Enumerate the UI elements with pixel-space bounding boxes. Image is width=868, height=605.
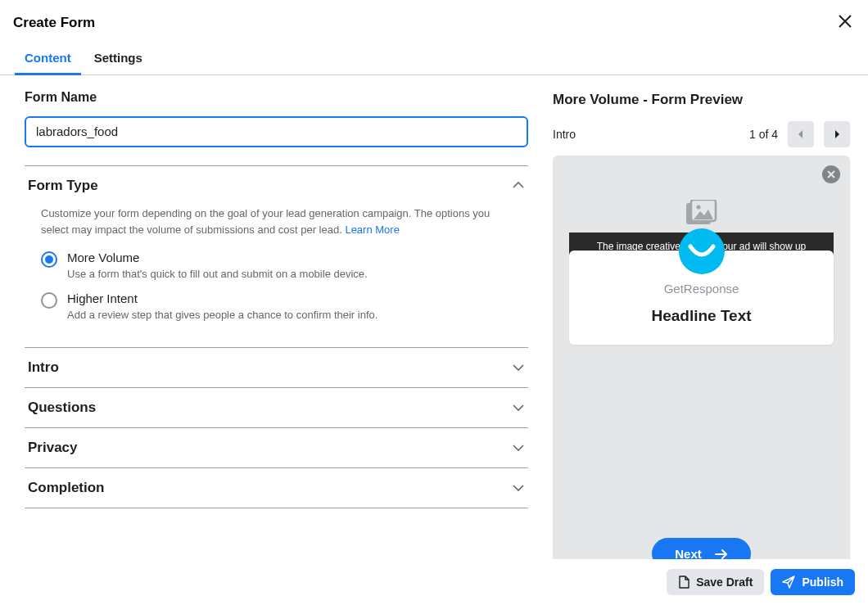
radio-more-volume[interactable] (41, 251, 57, 268)
page-title: Create Form (13, 15, 95, 31)
section-title-completion: Completion (28, 480, 105, 496)
svg-point-2 (696, 205, 700, 210)
file-icon (678, 576, 689, 589)
smile-icon (685, 235, 718, 268)
radio-option-higher-intent[interactable]: Higher Intent Add a review step that giv… (41, 291, 512, 321)
section-title-questions: Questions (28, 400, 96, 416)
section-title-form-type: Form Type (28, 178, 98, 194)
section-title-privacy: Privacy (28, 440, 78, 456)
section-header-completion[interactable]: Completion (25, 468, 528, 508)
preview-next-button[interactable] (824, 121, 850, 147)
chevron-up-icon (512, 181, 525, 191)
save-draft-button[interactable]: Save Draft (667, 569, 764, 595)
preview-page-count: 1 of 4 (749, 128, 778, 141)
brand-avatar (679, 228, 725, 274)
form-editor-panel: Form Name Form Type Customize your form … (0, 75, 536, 574)
section-header-privacy[interactable]: Privacy (25, 428, 528, 467)
close-icon (827, 170, 835, 178)
image-placeholder (569, 200, 834, 224)
section-header-intro[interactable]: Intro (25, 348, 528, 387)
section-header-form-type[interactable]: Form Type (25, 166, 528, 205)
caret-right-icon (834, 129, 840, 139)
chevron-down-icon (512, 363, 525, 372)
send-icon (782, 576, 795, 589)
preview-prev-button[interactable] (788, 121, 814, 147)
caret-left-icon (798, 129, 804, 139)
close-icon (839, 15, 852, 28)
section-completion: Completion (25, 467, 528, 508)
tab-content[interactable]: Content (25, 51, 71, 74)
radio-label-higher-intent: Higher Intent (67, 291, 377, 305)
section-form-type: Form Type Customize your form depending … (25, 165, 528, 347)
form-name-input[interactable] (36, 124, 517, 138)
radio-desc-more-volume: Use a form that's quick to fill out and … (67, 268, 368, 280)
section-header-questions[interactable]: Questions (25, 388, 528, 427)
footer-actions: Save Draft Publish (0, 559, 868, 605)
learn-more-link[interactable]: Learn More (345, 223, 399, 236)
preview-title: More Volume - Form Preview (553, 92, 850, 108)
section-title-intro: Intro (28, 359, 59, 376)
form-preview-panel: More Volume - Form Preview Intro 1 of 4 (536, 75, 868, 574)
radio-desc-higher-intent: Add a review step that gives people a ch… (67, 309, 377, 321)
form-name-input-wrapper[interactable] (25, 116, 528, 147)
preview-frame: The image creative used in your ad will … (553, 156, 850, 589)
preview-page-label: Intro (553, 128, 576, 141)
chevron-down-icon (512, 403, 525, 413)
tabs-bar: Content Settings (0, 34, 868, 75)
chevron-down-icon (512, 443, 525, 453)
radio-label-more-volume: More Volume (67, 251, 368, 264)
publish-button[interactable]: Publish (771, 569, 855, 595)
section-questions: Questions (25, 387, 528, 427)
radio-option-more-volume[interactable]: More Volume Use a form that's quick to f… (41, 251, 512, 280)
headline-text: Headline Text (585, 307, 817, 325)
preview-close-button[interactable] (822, 165, 840, 183)
form-name-label: Form Name (25, 90, 528, 105)
arrow-right-icon (715, 549, 728, 560)
chevron-down-icon (512, 483, 525, 493)
radio-higher-intent[interactable] (41, 292, 57, 309)
close-button[interactable] (835, 11, 855, 34)
tab-settings[interactable]: Settings (94, 51, 142, 74)
section-intro: Intro (25, 347, 528, 387)
section-privacy: Privacy (25, 427, 528, 467)
form-type-description: Customize your form depending on the goa… (41, 205, 512, 237)
image-icon (686, 200, 717, 224)
brand-name: GetResponse (585, 282, 817, 296)
